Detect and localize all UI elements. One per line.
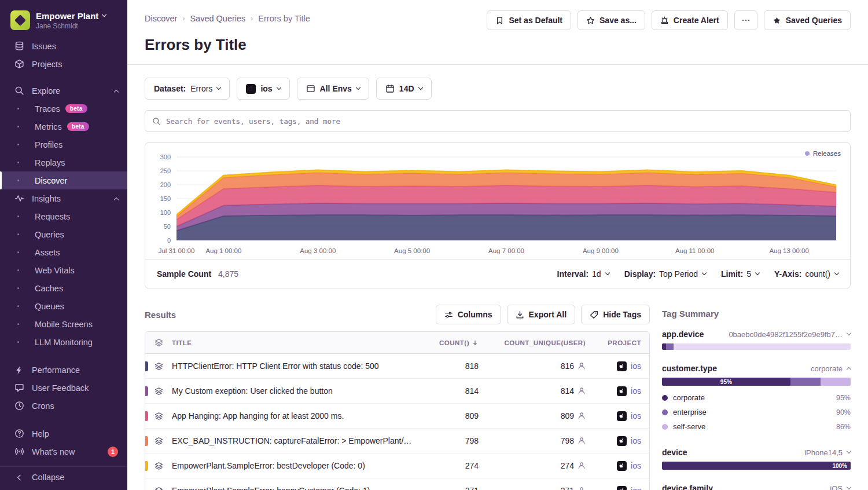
- set-as-default-button[interactable]: Set as Default: [487, 10, 571, 30]
- date-range-filter[interactable]: 14D: [376, 78, 432, 100]
- table-row[interactable]: App Hanging: App hanging for at least 20…: [145, 404, 649, 429]
- sidebar-item-assets[interactable]: Assets: [0, 243, 127, 261]
- hide-tags-button[interactable]: Hide Tags: [581, 305, 650, 324]
- sidebar-item-label: Collapse: [32, 473, 64, 482]
- sidebar-collapse-button[interactable]: Collapse: [0, 466, 127, 484]
- sidebar-item-label: Web Vitals: [35, 266, 75, 275]
- chevron-down-icon[interactable]: [847, 449, 851, 454]
- breadcrumb-saved-queries[interactable]: Saved Queries: [190, 14, 245, 23]
- save-as-button[interactable]: Save as...: [578, 10, 645, 30]
- sidebar-item-user-feedback[interactable]: User Feedback: [0, 379, 127, 397]
- series-color-chip: [145, 436, 148, 446]
- project-link[interactable]: ios: [631, 461, 641, 470]
- chart-panel: 050100150200250300Jul 31 00:00Aug 1 00:0…: [145, 142, 851, 288]
- sidebar-item-label: Projects: [32, 60, 62, 69]
- bar-segment: [821, 378, 851, 386]
- chart-legend[interactable]: Releases: [805, 150, 841, 157]
- tag-top-value[interactable]: 0baebc0de4982f1255f2e9e9fb7…: [729, 330, 843, 339]
- sidebar-group-insights[interactable]: Insights: [0, 189, 127, 207]
- user-icon: [578, 437, 586, 445]
- columns-button[interactable]: Columns: [436, 305, 501, 324]
- project-link[interactable]: ios: [631, 486, 641, 490]
- notification-badge: 1: [108, 447, 118, 457]
- column-header-title[interactable]: TITLE: [172, 332, 421, 354]
- sidebar-item-queries[interactable]: Queries: [0, 225, 127, 243]
- sidebar-item-issues[interactable]: Issues: [0, 37, 127, 55]
- table-row[interactable]: HTTPClientError: HTTP Client Error with …: [145, 354, 649, 379]
- page-header: Discover › Saved Queries › Errors by Tit…: [127, 0, 868, 65]
- bullet-icon: [17, 323, 19, 325]
- series-color-chip: [145, 411, 148, 421]
- project-filter[interactable]: ios: [237, 78, 289, 100]
- sidebar-item-mobile-screens[interactable]: Mobile Screens: [0, 315, 127, 333]
- tag-top-value[interactable]: iOS: [830, 484, 843, 490]
- bullet-icon: [17, 269, 19, 271]
- tag-distribution-bar[interactable]: 95%: [662, 378, 851, 386]
- yaxis-dropdown[interactable]: Y-Axis: count(): [774, 269, 838, 279]
- environment-filter[interactable]: All Envs: [297, 78, 369, 100]
- export-all-button[interactable]: Export All: [507, 305, 576, 324]
- display-dropdown[interactable]: Display: Top Period: [624, 269, 706, 279]
- stacked-area-chart[interactable]: 050100150200250300Jul 31 00:00Aug 1 00:0…: [145, 143, 850, 259]
- sidebar-item-replays[interactable]: Replays: [0, 153, 127, 171]
- table-row[interactable]: EmpowerPlant.SampleError: happyCustomer …: [145, 478, 649, 490]
- project-link[interactable]: ios: [631, 411, 641, 420]
- dataset-filter[interactable]: Dataset: Errors: [145, 78, 230, 100]
- breadcrumb-discover[interactable]: Discover: [145, 14, 177, 23]
- project-cell: ios: [586, 436, 649, 446]
- sidebar-item-traces[interactable]: Tracesbeta: [0, 100, 127, 118]
- sidebar-group-explore[interactable]: Explore: [0, 82, 127, 100]
- sidebar-item-whats-new[interactable]: What's new 1: [0, 443, 127, 460]
- sidebar-item-help[interactable]: Help: [0, 425, 127, 443]
- limit-dropdown[interactable]: Limit: 5: [721, 269, 759, 279]
- bullet-icon: [17, 215, 19, 217]
- sidebar-item-queues[interactable]: Queues: [0, 297, 127, 315]
- org-switcher[interactable]: Empower Plant Jane Schmidt: [0, 8, 127, 37]
- chevron-up-icon[interactable]: [847, 367, 851, 372]
- help-icon: [14, 429, 24, 438]
- count-value: 818: [421, 361, 479, 371]
- tag-top-value[interactable]: corporate: [811, 364, 843, 373]
- tag-top-value[interactable]: iPhone14,5: [804, 448, 843, 457]
- create-alert-button[interactable]: Create Alert: [652, 10, 728, 30]
- sidebar-item-performance[interactable]: Performance: [0, 361, 127, 379]
- count-unique-value: 816: [479, 361, 586, 371]
- table-row[interactable]: EmpowerPlant.SampleError: bestDeveloper …: [145, 454, 649, 478]
- sidebar-item-metrics[interactable]: Metricsbeta: [0, 118, 127, 136]
- chevron-down-icon[interactable]: [847, 331, 851, 335]
- column-header-count-unique[interactable]: COUNT_UNIQUE(USER): [479, 339, 586, 346]
- more-options-button[interactable]: [734, 10, 757, 30]
- column-header-project[interactable]: PROJECT: [586, 339, 649, 346]
- tag-distribution-bar[interactable]: 100%: [662, 462, 851, 470]
- ellipsis-icon: [741, 16, 751, 25]
- interval-dropdown[interactable]: Interval: 1d: [557, 269, 609, 279]
- project-link[interactable]: ios: [631, 361, 641, 371]
- count-value: 814: [421, 386, 479, 396]
- sidebar-item-discover[interactable]: Discover: [0, 171, 127, 189]
- svg-text:Aug 1 00:00: Aug 1 00:00: [205, 247, 241, 254]
- project-link[interactable]: ios: [631, 386, 641, 396]
- sidebar-item-caches[interactable]: Caches: [0, 279, 127, 297]
- chevron-down-icon[interactable]: [847, 485, 851, 489]
- column-header-count[interactable]: COUNT(): [421, 339, 479, 346]
- download-icon: [516, 310, 524, 319]
- sidebar-item-requests[interactable]: Requests: [0, 207, 127, 225]
- tag-distribution-bar[interactable]: [662, 343, 851, 350]
- search-input[interactable]: [166, 117, 843, 126]
- window-icon: [306, 84, 315, 93]
- project-link[interactable]: ios: [631, 436, 641, 445]
- sidebar-item-crons[interactable]: Crons: [0, 397, 127, 415]
- tag-value-row[interactable]: enterprise90%: [662, 405, 851, 419]
- saved-queries-button[interactable]: Saved Queries: [764, 10, 851, 30]
- table-body: HTTPClientError: HTTP Client Error with …: [145, 354, 649, 490]
- table-row[interactable]: My Custom exeption: User clicked the but…: [145, 379, 649, 404]
- tag-summary-item: customer.typecorporate95%corporate95%ent…: [662, 364, 851, 434]
- sidebar-item-projects[interactable]: Projects: [0, 55, 127, 73]
- sidebar-item-profiles[interactable]: Profiles: [0, 136, 127, 153]
- tag-value-row[interactable]: self-serve86%: [662, 419, 851, 434]
- tag-name: app.device: [662, 330, 704, 339]
- table-row[interactable]: EXC_BAD_INSTRUCTION: captureFatalError: …: [145, 429, 649, 454]
- sidebar-item-web-vitals[interactable]: Web Vitals: [0, 261, 127, 279]
- tag-value-row[interactable]: corporate95%: [662, 390, 851, 405]
- sidebar-item-llm-monitoring[interactable]: LLM Monitoring: [0, 333, 127, 351]
